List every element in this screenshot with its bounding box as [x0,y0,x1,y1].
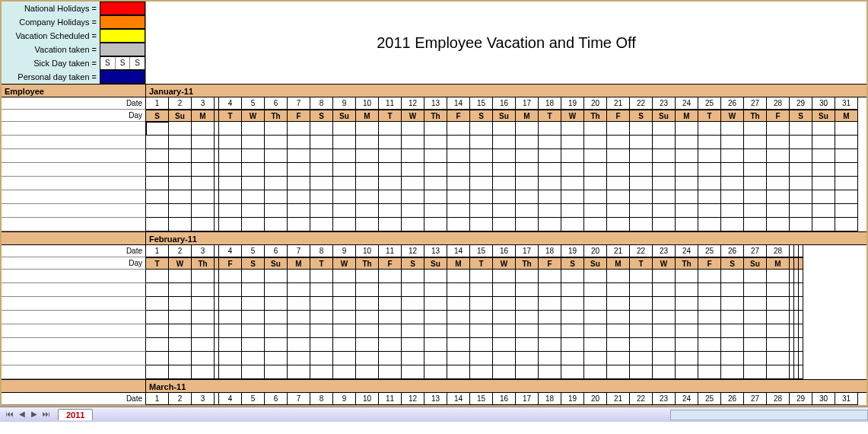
date-cell[interactable]: 10 [356,393,379,405]
calendar-cell[interactable] [219,311,242,324]
date-cell[interactable]: 1 [146,393,169,405]
calendar-cell[interactable] [288,204,310,218]
calendar-cell[interactable] [584,177,607,190]
date-cell[interactable]: 29 [790,393,812,405]
calendar-cell[interactable] [790,177,812,190]
calendar-cell[interactable] [584,338,607,352]
calendar-cell[interactable] [744,122,767,136]
calendar-cell[interactable] [169,365,192,379]
calendar-cell[interactable] [424,122,447,136]
date-cell[interactable]: 29 [790,97,812,110]
calendar-cell[interactable] [767,163,790,177]
calendar-cell[interactable] [265,283,288,297]
calendar-cell[interactable] [721,218,744,231]
calendar-cell[interactable] [698,122,721,136]
weekday-cell[interactable]: T [698,110,721,122]
calendar-cell[interactable] [356,204,379,218]
weekday-cell[interactable]: W [653,257,676,270]
calendar-cell[interactable] [447,163,470,177]
calendar-cell[interactable] [333,190,356,204]
calendar-cell[interactable] [169,122,192,136]
calendar-cell[interactable] [265,297,288,311]
calendar-cell[interactable] [676,297,698,311]
calendar-cell[interactable] [721,270,744,283]
date-cell[interactable]: 8 [310,245,333,257]
weekday-cell[interactable]: S [721,257,744,270]
calendar-cell[interactable] [402,311,424,324]
calendar-cell[interactable] [607,204,630,218]
calendar-cell[interactable] [812,177,835,190]
date-cell[interactable]: 26 [721,245,744,257]
calendar-cell[interactable] [356,283,379,297]
calendar-cell[interactable] [516,122,539,136]
calendar-cell[interactable] [470,338,493,352]
weekday-cell[interactable]: S [310,110,333,122]
calendar-cell[interactable] [835,218,858,231]
weekday-cell[interactable]: Th [356,257,379,270]
calendar-cell[interactable] [402,338,424,352]
calendar-cell[interactable] [493,122,516,136]
calendar-cell[interactable] [402,190,424,204]
calendar-cell[interactable] [402,149,424,163]
date-cell[interactable]: 24 [676,245,698,257]
date-cell[interactable]: 15 [470,97,493,110]
date-cell[interactable]: 22 [630,393,653,405]
weekday-cell[interactable]: M [192,110,215,122]
calendar-cell[interactable] [653,311,676,324]
calendar-cell[interactable] [607,283,630,297]
date-cell[interactable]: 13 [424,245,447,257]
date-cell[interactable]: 17 [516,245,539,257]
calendar-cell[interactable] [242,149,265,163]
calendar-cell[interactable] [584,352,607,365]
sheet-tab[interactable]: 2011 [58,409,93,420]
calendar-cell[interactable] [288,365,310,379]
date-cell[interactable]: 18 [539,393,561,405]
calendar-cell[interactable] [356,324,379,338]
calendar-cell[interactable] [630,204,653,218]
calendar-cell[interactable] [356,122,379,136]
calendar-cell[interactable] [379,122,402,136]
calendar-cell[interactable] [539,190,561,204]
tab-first-icon[interactable]: ⏮ [5,410,15,420]
date-cell[interactable]: 1 [146,97,169,110]
calendar-cell[interactable] [516,365,539,379]
calendar-cell[interactable] [584,297,607,311]
date-cell[interactable]: 9 [333,97,356,110]
calendar-cell[interactable] [835,190,858,204]
date-cell[interactable]: 7 [288,97,310,110]
calendar-cell[interactable] [447,270,470,283]
weekday-cell[interactable]: F [288,110,310,122]
weekday-cell[interactable]: F [447,110,470,122]
calendar-cell[interactable] [333,352,356,365]
date-cell[interactable]: 27 [744,245,767,257]
calendar-cell[interactable] [356,297,379,311]
calendar-cell[interactable] [169,204,192,218]
calendar-cell[interactable] [169,311,192,324]
weekday-cell[interactable]: M [356,110,379,122]
date-cell[interactable]: 12 [402,393,424,405]
calendar-cell[interactable] [698,204,721,218]
calendar-cell[interactable] [744,297,767,311]
calendar-cell[interactable] [288,136,310,149]
calendar-cell[interactable] [470,352,493,365]
calendar-cell[interactable] [653,270,676,283]
weekday-cell[interactable]: M [676,110,698,122]
calendar-cell[interactable] [767,365,790,379]
employee-name-cell[interactable] [2,190,146,204]
calendar-cell[interactable] [146,324,169,338]
calendar-cell[interactable] [310,163,333,177]
calendar-cell[interactable] [242,204,265,218]
calendar-cell[interactable] [607,163,630,177]
calendar-cell[interactable] [379,352,402,365]
calendar-cell[interactable] [516,283,539,297]
date-cell[interactable]: 16 [493,393,516,405]
calendar-cell[interactable] [356,149,379,163]
calendar-cell[interactable] [379,163,402,177]
calendar-cell[interactable] [447,338,470,352]
date-cell[interactable] [799,245,803,257]
calendar-cell[interactable] [265,149,288,163]
calendar-cell[interactable] [356,177,379,190]
calendar-cell[interactable] [698,324,721,338]
calendar-cell[interactable] [835,136,858,149]
calendar-cell[interactable] [379,177,402,190]
